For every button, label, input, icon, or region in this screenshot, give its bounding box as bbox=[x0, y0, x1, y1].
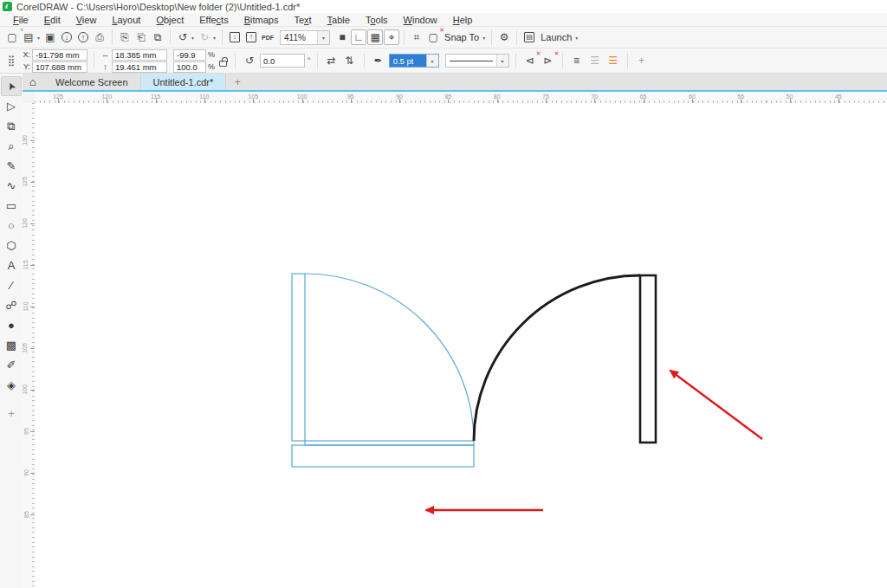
end-arrowhead-button[interactable]: ⊳✕ bbox=[541, 53, 556, 68]
import-button[interactable]: ↓ bbox=[227, 29, 243, 45]
shape-tool[interactable]: ▷ bbox=[1, 96, 22, 116]
show-guidelines-button[interactable]: ⌖ bbox=[384, 29, 399, 45]
freehand-tool[interactable]: ✎ bbox=[1, 156, 22, 176]
scale-horizontal-field[interactable] bbox=[173, 49, 206, 61]
undo-button[interactable]: ↺ bbox=[175, 29, 191, 45]
menu-window[interactable]: Window bbox=[396, 15, 445, 25]
lock-ratio-button[interactable] bbox=[219, 61, 227, 67]
line-style-combo[interactable]: ▾ bbox=[445, 54, 509, 68]
vruler-label: 115 bbox=[23, 260, 29, 269]
open-dropdown[interactable]: ▾ bbox=[37, 35, 40, 41]
zoom-level-dropdown[interactable]: ▾ bbox=[317, 31, 329, 44]
polygon-tool[interactable]: ⬡ bbox=[1, 236, 22, 255]
menu-object[interactable]: Object bbox=[148, 15, 191, 25]
duplicate-button[interactable]: ⧉ bbox=[150, 29, 165, 45]
zoom-tool[interactable]: ⌕ bbox=[1, 136, 22, 156]
vruler-label: 90 bbox=[24, 469, 30, 476]
menu-text[interactable]: Text bbox=[286, 15, 319, 25]
menu-file[interactable]: File bbox=[5, 15, 36, 25]
drop-shadow-tool[interactable]: ● bbox=[1, 315, 22, 335]
start-arrowhead-button[interactable]: ⊲✕ bbox=[522, 53, 538, 68]
object-height-field[interactable] bbox=[112, 61, 167, 73]
document-tab-0[interactable]: Welcome Screen bbox=[43, 74, 141, 90]
ellipse-tool[interactable]: ○ bbox=[1, 216, 22, 236]
ruler-corner[interactable] bbox=[23, 92, 35, 103]
document-tab-1[interactable]: Untitled-1.cdr* bbox=[141, 74, 227, 90]
text-tool[interactable]: A bbox=[1, 255, 22, 275]
freehand-tool-icon: ✎ bbox=[7, 159, 16, 172]
new-document-button[interactable]: ▢+ bbox=[4, 29, 20, 45]
separator bbox=[235, 53, 236, 68]
rectangle-tool[interactable]: ▭ bbox=[1, 196, 22, 216]
home-tab-button[interactable]: ⌂ bbox=[23, 74, 43, 90]
horizontal-ruler[interactable]: 1251201151101051009590858075706560555045 bbox=[35, 92, 887, 103]
save-button[interactable]: ▣ bbox=[42, 29, 58, 45]
x-label: X: bbox=[22, 50, 30, 59]
wrap-paragraph-text-button[interactable]: ≡ bbox=[569, 53, 585, 68]
y-position-field[interactable] bbox=[32, 61, 87, 73]
crop-tool[interactable]: ⧉ bbox=[1, 116, 22, 136]
connector-tool[interactable]: ☍ bbox=[1, 295, 22, 315]
shape-tool-icon: ▷ bbox=[7, 100, 16, 113]
show-grid-button[interactable]: ▦ bbox=[367, 29, 383, 45]
object-height-icon: ↕ bbox=[100, 62, 110, 71]
vruler-label: 125 bbox=[23, 177, 29, 187]
add-tool[interactable]: + bbox=[1, 404, 22, 423]
snap-to-label[interactable]: Snap To bbox=[444, 32, 479, 42]
export-button[interactable]: ↑ bbox=[243, 29, 259, 45]
menu-tools[interactable]: Tools bbox=[358, 15, 396, 25]
menu-effects[interactable]: Effects bbox=[191, 15, 236, 25]
ellipse-tool-icon: ○ bbox=[8, 219, 15, 232]
publish-to-pdf-button[interactable]: PDF bbox=[260, 29, 275, 45]
vertical-ruler[interactable]: 130125120115110105100959085 bbox=[23, 103, 35, 588]
mirror-vertical-button[interactable]: ⇅ bbox=[342, 53, 358, 68]
add-property-button[interactable]: + bbox=[634, 53, 650, 68]
save-to-cloud-button[interactable]: ↓ bbox=[59, 29, 74, 45]
to-front-button[interactable]: ☰ bbox=[605, 53, 621, 68]
object-width-field[interactable] bbox=[112, 49, 167, 61]
eyedropper-tool[interactable]: ✐ bbox=[1, 355, 22, 375]
scale-vertical-field[interactable] bbox=[173, 61, 206, 73]
menu-help[interactable]: Help bbox=[445, 15, 481, 25]
coreldraw-logo-icon bbox=[3, 2, 12, 11]
rotation-angle-field[interactable] bbox=[260, 54, 305, 68]
zoom-level-combo[interactable]: 411% ▾ bbox=[280, 30, 330, 45]
menu-table[interactable]: Table bbox=[320, 15, 358, 25]
vruler-label: 110 bbox=[23, 301, 29, 311]
show-rulers-button[interactable]: ∟ bbox=[351, 29, 366, 45]
options-gear-button[interactable]: ⚙ bbox=[496, 29, 512, 45]
menu-bitmaps[interactable]: Bitmaps bbox=[236, 15, 287, 25]
line-style-dropdown[interactable]: ▾ bbox=[496, 55, 508, 67]
fullscreen-preview-button[interactable]: ■ bbox=[334, 29, 350, 45]
snap-to-dropdown[interactable]: ▾ bbox=[482, 35, 485, 41]
interactive-fill-tool[interactable]: ◈ bbox=[1, 375, 22, 395]
mirror-horizontal-button[interactable]: ⇄ bbox=[324, 53, 340, 68]
menu-view[interactable]: View bbox=[68, 15, 105, 25]
drawing-canvas[interactable] bbox=[35, 103, 887, 588]
transparency-tool[interactable]: ▩ bbox=[1, 335, 22, 355]
transparency-tool-icon: ▩ bbox=[6, 339, 16, 352]
open-button[interactable]: ▤ bbox=[21, 29, 36, 45]
snap-options-button[interactable]: ⌗ bbox=[409, 29, 424, 45]
new-tab-button[interactable]: + bbox=[226, 74, 249, 90]
to-back-button[interactable]: ☰ bbox=[587, 53, 603, 68]
vruler-label: 120 bbox=[23, 218, 29, 229]
menu-layout[interactable]: Layout bbox=[104, 15, 148, 25]
artistic-media-tool[interactable]: ∿ bbox=[1, 176, 22, 196]
redo-dropdown[interactable]: ▾ bbox=[213, 35, 216, 41]
print-button[interactable]: ⎙ bbox=[92, 29, 107, 45]
redo-button[interactable]: ↻ bbox=[197, 29, 212, 45]
x-position-field[interactable] bbox=[32, 49, 87, 61]
paste-button[interactable]: ⎘ bbox=[117, 29, 133, 45]
copy-button[interactable]: ⎗ bbox=[133, 29, 149, 45]
dimension-tool[interactable]: ∕ bbox=[1, 275, 22, 295]
pick-tool[interactable]: ➤ bbox=[1, 76, 22, 96]
menu-edit[interactable]: Edit bbox=[36, 15, 68, 25]
launch-label[interactable]: Launch bbox=[541, 32, 572, 42]
open-from-cloud-button[interactable]: ↑ bbox=[75, 29, 91, 45]
launch-dropdown[interactable]: ▾ bbox=[575, 35, 578, 41]
undo-dropdown[interactable]: ▾ bbox=[191, 35, 194, 41]
outline-width-dropdown[interactable]: ▾ bbox=[426, 55, 438, 67]
outline-width-combo[interactable]: 0.5 pt ▾ bbox=[389, 54, 439, 68]
clear-snapping-button[interactable]: ▢✕ bbox=[425, 29, 441, 45]
